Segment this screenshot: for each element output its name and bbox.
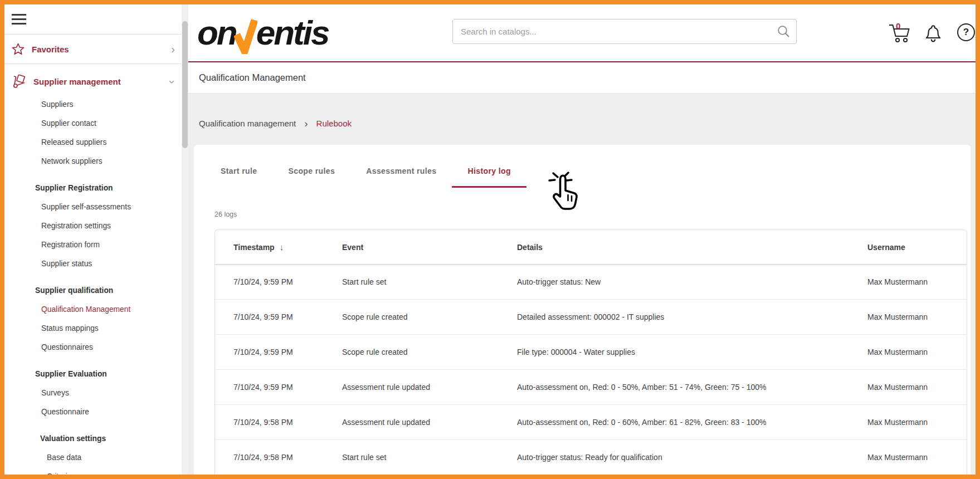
cell-username: Max Mustermann bbox=[867, 418, 967, 427]
sidebar-item-base-data[interactable]: Base data bbox=[4, 448, 188, 467]
supplier-management-label: Supplier management bbox=[33, 77, 121, 86]
sidebar-item-surveys[interactable]: Surveys bbox=[4, 384, 188, 403]
section-title-supplier-qualification: Supplier qualification bbox=[4, 281, 188, 300]
tab-start-rule[interactable]: Start rule bbox=[205, 164, 272, 178]
sidebar-item-status-mappings[interactable]: Status mappings bbox=[4, 319, 188, 338]
cell-event: Assessment rule updated bbox=[342, 418, 517, 427]
section-title-supplier-registration: Supplier Registration bbox=[4, 179, 188, 198]
sidebar-item-released-suppliers[interactable]: Released suppliers bbox=[4, 133, 188, 152]
cell-username: Max Mustermann bbox=[867, 383, 967, 392]
cell-timestamp: 7/10/24, 9:58 PM bbox=[215, 453, 342, 462]
cell-details: Auto-assessment on, Red: 0 - 50%, Amber:… bbox=[517, 383, 867, 392]
cell-timestamp: 7/10/24, 9:59 PM bbox=[215, 312, 342, 321]
history-log-table: Timestamp↓ Event Details Username 7/10/2… bbox=[214, 229, 967, 475]
cell-event: Assessment rule updated bbox=[342, 383, 517, 392]
sidebar-scrollbar-thumb[interactable] bbox=[182, 21, 188, 148]
tab-scope-rules[interactable]: Scope rules bbox=[272, 164, 350, 178]
search-input[interactable] bbox=[452, 19, 797, 44]
bell-icon bbox=[924, 23, 943, 42]
sidebar-item-supplier-management[interactable]: Supplier management › bbox=[4, 64, 188, 91]
cell-details: Auto-trigger status: Ready for qualifica… bbox=[517, 453, 867, 462]
table-row: 7/10/24, 9:59 PM Scope rule created File… bbox=[215, 335, 967, 370]
column-header-timestamp[interactable]: Timestamp↓ bbox=[215, 242, 342, 252]
chevron-right-icon: › bbox=[171, 43, 175, 55]
tab-assessment-rules[interactable]: Assessment rules bbox=[350, 164, 452, 178]
sidebar-item-registration-settings[interactable]: Registration settings bbox=[4, 217, 188, 236]
page-title-bar: Qualification Management bbox=[188, 62, 976, 94]
sidebar-top bbox=[4, 4, 188, 35]
help-button[interactable]: ? bbox=[957, 23, 975, 41]
table-row: 7/10/24, 9:59 PM Start rule set Auto-tri… bbox=[215, 265, 967, 300]
logo-check-icon bbox=[234, 17, 257, 54]
cell-timestamp: 7/10/24, 9:59 PM bbox=[215, 383, 342, 392]
cell-details: Detailed assessment: 000002 - IT supplie… bbox=[517, 312, 867, 321]
table-row: 7/10/24, 9:59 PM Assessment rule updated… bbox=[215, 370, 967, 405]
sidebar-item-criteria[interactable]: Criteria bbox=[4, 467, 188, 475]
cart-button[interactable]: 0 bbox=[888, 23, 911, 46]
breadcrumb-separator-icon: › bbox=[304, 116, 308, 131]
column-header-event[interactable]: Event bbox=[342, 243, 517, 252]
favorites-label: Favorites bbox=[32, 45, 69, 54]
help-icon: ? bbox=[963, 27, 969, 38]
cell-timestamp: 7/10/24, 9:59 PM bbox=[215, 348, 342, 356]
cell-details: Auto-assessment on, Red: 0 - 60%, Amber:… bbox=[517, 418, 867, 427]
dolly-icon bbox=[12, 75, 26, 89]
cell-timestamp: 7/10/24, 9:59 PM bbox=[215, 277, 342, 286]
logo-part2: entis bbox=[256, 17, 329, 48]
sidebar-nav: Suppliers Supplier contact Released supp… bbox=[4, 95, 188, 475]
sidebar-item-suppliers[interactable]: Suppliers bbox=[4, 95, 188, 114]
cell-details: File type: 000004 - Water supplies bbox=[517, 348, 867, 356]
logs-count: 26 logs bbox=[214, 211, 971, 221]
sidebar-item-supplier-status[interactable]: Supplier status bbox=[4, 255, 188, 273]
section-title-valuation-settings: Valuation settings bbox=[4, 429, 188, 448]
topbar: on entis bbox=[188, 4, 976, 62]
sidebar-item-qualification-management[interactable]: Qualification Management bbox=[4, 300, 188, 319]
chevron-down-icon: › bbox=[168, 80, 179, 84]
sidebar-item-favorites[interactable]: Favorites › bbox=[4, 35, 188, 64]
sidebar-item-registration-form[interactable]: Registration form bbox=[4, 236, 188, 255]
sidebar-item-questionnaire[interactable]: Questionnaire bbox=[4, 403, 188, 422]
cell-details: Auto-trigger status: New bbox=[517, 277, 867, 286]
main-area: on entis bbox=[188, 4, 976, 475]
notifications-button[interactable] bbox=[924, 23, 943, 45]
section-title-supplier-evaluation: Supplier Evaluation bbox=[4, 365, 188, 384]
breadcrumb-current[interactable]: Rulebook bbox=[316, 116, 352, 131]
sidebar: Favorites › Supplier management › Suppli… bbox=[4, 4, 188, 475]
cell-username: Max Mustermann bbox=[867, 348, 967, 356]
cell-username: Max Mustermann bbox=[867, 312, 967, 321]
sidebar-item-supplier-self-assessments[interactable]: Supplier self-assessments bbox=[4, 198, 188, 217]
rulebook-panel: Start rule Scope rules Assessment rules … bbox=[194, 145, 971, 475]
catalog-search bbox=[452, 19, 797, 44]
page-title: Qualification Management bbox=[199, 72, 306, 83]
app-window: Favorites › Supplier management › Suppli… bbox=[4, 4, 976, 475]
search-icon[interactable] bbox=[777, 25, 790, 38]
cell-event: Start rule set bbox=[342, 453, 517, 462]
table-row: 7/10/24, 9:58 PM Assessment rule updated… bbox=[215, 405, 967, 440]
cell-event: Scope rule created bbox=[342, 348, 517, 356]
sort-desc-icon: ↓ bbox=[280, 242, 284, 252]
logo-part1: on bbox=[197, 17, 236, 48]
star-icon bbox=[12, 43, 25, 55]
table-header-row: Timestamp↓ Event Details Username bbox=[215, 230, 967, 265]
content-area: Qualification management › Rulebook Star… bbox=[188, 94, 976, 475]
cell-timestamp: 7/10/24, 9:58 PM bbox=[215, 418, 342, 427]
sidebar-item-network-suppliers[interactable]: Network suppliers bbox=[4, 152, 188, 171]
logo[interactable]: on entis bbox=[197, 17, 328, 48]
tab-history-log[interactable]: History log bbox=[452, 164, 526, 178]
menu-icon[interactable] bbox=[12, 11, 26, 27]
cell-username: Max Mustermann bbox=[867, 453, 967, 462]
breadcrumb: Qualification management › Rulebook bbox=[199, 116, 971, 131]
tab-bar: Start rule Scope rules Assessment rules … bbox=[194, 145, 971, 178]
cell-event: Scope rule created bbox=[342, 312, 517, 321]
table-row: 7/10/24, 9:59 PM Scope rule created Deta… bbox=[215, 300, 967, 335]
cart-count-badge: 0 bbox=[896, 21, 900, 31]
column-header-username[interactable]: Username bbox=[867, 243, 967, 252]
column-header-details[interactable]: Details bbox=[517, 243, 867, 252]
cell-event: Start rule set bbox=[342, 277, 517, 286]
sidebar-item-supplier-contact[interactable]: Supplier contact bbox=[4, 114, 188, 133]
table-row: 7/10/24, 9:58 PM Start rule set Auto-tri… bbox=[215, 440, 967, 475]
sidebar-item-questionnaires[interactable]: Questionnaires bbox=[4, 338, 188, 357]
cell-username: Max Mustermann bbox=[867, 277, 967, 286]
breadcrumb-parent[interactable]: Qualification management bbox=[199, 116, 296, 131]
